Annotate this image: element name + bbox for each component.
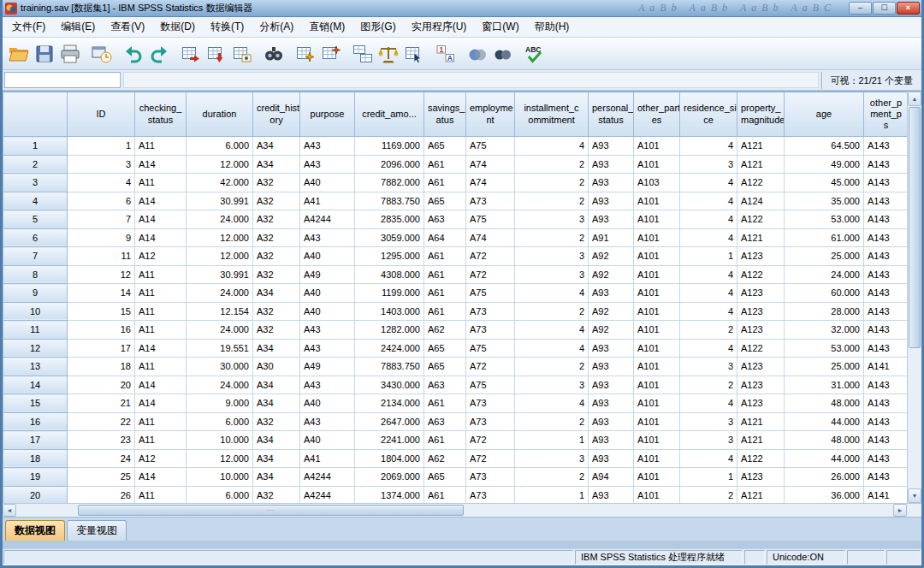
data-cell[interactable]: A14 [135,394,187,413]
data-cell[interactable]: A43 [300,321,355,340]
row-number-cell[interactable]: 11 [3,321,68,340]
data-cell[interactable]: 3 [680,358,737,376]
row-number-cell[interactable]: 12 [3,339,68,358]
horizontal-scroll-track[interactable]: ∙∙∙ [16,504,893,517]
split-file-icon[interactable] [350,41,376,67]
data-cell[interactable]: A122 [737,265,785,284]
data-cell[interactable]: A34 [253,284,300,303]
data-cell[interactable]: A143 [864,376,908,394]
row-number-cell[interactable]: 3 [3,174,68,192]
data-cell[interactable]: A14 [135,192,187,210]
select-cases-icon[interactable] [401,41,427,67]
data-cell[interactable]: A75 [466,137,515,156]
data-cell[interactable]: A93 [589,394,634,413]
row-number-cell[interactable]: 18 [3,449,68,468]
column-header-residence_since[interactable]: residence_sin ce [680,92,737,137]
data-cell[interactable]: A143 [864,247,908,266]
data-cell[interactable]: 35.000 [785,192,864,210]
data-cell[interactable]: 64.500 [785,137,864,156]
data-cell[interactable]: 2 [515,358,589,376]
data-cell[interactable]: 3 [515,376,589,394]
data-cell[interactable]: 2647.000 [355,412,424,431]
use-variable-sets-icon[interactable] [465,41,490,67]
data-cell[interactable]: A93 [589,339,634,358]
data-cell[interactable]: A61 [424,394,466,413]
data-cell[interactable]: A92 [589,321,634,340]
data-cell[interactable]: 1 [680,468,737,487]
data-cell[interactable]: A93 [589,174,634,192]
data-cell[interactable]: A11 [135,174,187,192]
data-cell[interactable]: A143 [864,174,908,192]
column-header-checking_status[interactable]: checking_ status [135,92,187,137]
data-cell[interactable]: 4 [515,339,589,358]
data-cell[interactable]: A101 [634,468,680,487]
vertical-scroll-thumb[interactable] [909,107,921,348]
data-cell[interactable]: A74 [466,174,515,192]
data-cell[interactable]: A34 [253,155,300,174]
data-cell[interactable]: 10.000 [187,468,253,487]
print-icon[interactable] [57,41,83,67]
scroll-left-icon[interactable]: ◄ [3,504,16,517]
data-cell[interactable]: 30.991 [187,265,253,284]
row-number-cell[interactable]: 4 [3,192,68,210]
data-cell[interactable]: 4 [680,339,737,358]
data-cell[interactable]: 31.000 [785,376,864,394]
data-cell[interactable]: 16 [68,321,135,340]
data-cell[interactable]: A123 [737,302,785,321]
data-cell[interactable]: A32 [253,228,300,247]
data-cell[interactable]: A40 [300,174,355,192]
data-cell[interactable]: A72 [466,358,515,376]
data-cell[interactable]: 23 [68,431,135,450]
data-cell[interactable]: A65 [424,339,466,358]
data-cell[interactable]: A49 [300,265,355,284]
data-cell[interactable]: A73 [466,412,515,431]
data-cell[interactable]: A61 [424,247,466,266]
data-cell[interactable]: A94 [589,468,634,487]
data-cell[interactable]: A72 [466,449,515,468]
data-cell[interactable]: A73 [466,394,515,413]
maximize-button[interactable]: ☐ [873,2,896,15]
data-cell[interactable]: 1169.000 [355,137,424,156]
data-cell[interactable]: 1282.000 [355,321,424,340]
data-cell[interactable]: A11 [135,302,187,321]
data-cell[interactable]: A101 [634,321,680,340]
data-cell[interactable]: A141 [864,358,908,376]
menu-data[interactable]: 数据(D) [152,17,203,37]
tab-data-view[interactable]: 数据视图 [5,520,65,541]
data-cell[interactable]: A103 [634,174,680,192]
data-cell[interactable]: A34 [253,394,300,413]
data-cell[interactable]: A72 [466,431,515,450]
data-cell[interactable]: A143 [864,468,908,487]
data-cell[interactable]: A34 [253,339,300,358]
insert-case-icon[interactable] [293,41,318,67]
data-cell[interactable]: A74 [466,155,515,174]
data-cell[interactable]: 44.000 [785,412,864,431]
data-cell[interactable]: A61 [424,431,466,450]
data-cell[interactable]: 3 [680,412,737,431]
scroll-up-icon[interactable]: ▲ [908,92,921,106]
data-cell[interactable]: 3 [515,449,589,468]
data-cell[interactable]: A101 [634,412,680,431]
data-cell[interactable]: A143 [864,192,908,210]
data-cell[interactable]: A121 [737,155,785,174]
data-cell[interactable]: 4 [680,302,737,321]
open-data-icon[interactable] [6,41,32,67]
data-cell[interactable]: A40 [300,394,355,413]
data-cell[interactable]: A143 [864,137,908,156]
data-cell[interactable]: 49.000 [785,155,864,174]
data-cell[interactable]: A101 [634,358,680,376]
data-cell[interactable]: 12.000 [187,247,253,266]
data-cell[interactable]: A143 [864,412,908,431]
data-cell[interactable]: A93 [589,192,634,210]
data-cell[interactable]: 32.000 [785,321,864,340]
data-cell[interactable]: 1 [515,486,589,503]
menu-help[interactable]: 帮助(H) [527,17,578,37]
data-cell[interactable]: A34 [253,431,300,450]
data-cell[interactable]: 12 [68,265,135,284]
data-cell[interactable]: A34 [253,468,300,487]
data-cell[interactable]: 3 [515,247,589,266]
column-header-other_parties[interactable]: other_parti es [634,92,680,137]
data-cell[interactable]: 26.000 [785,468,864,487]
data-cell[interactable]: 36.000 [785,486,864,503]
data-cell[interactable]: 4 [515,284,589,303]
